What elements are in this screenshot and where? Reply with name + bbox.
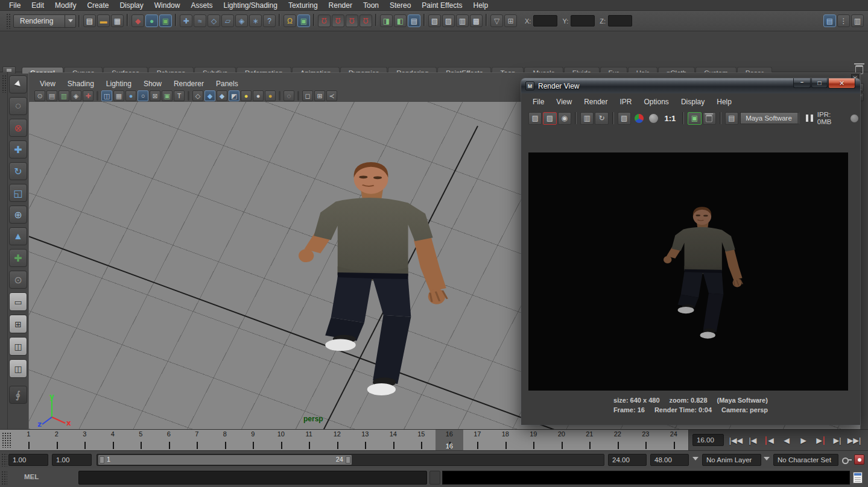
menu-item[interactable]: Create	[81, 0, 114, 11]
range-slider-bar[interactable]: 1 24	[98, 455, 352, 465]
open-render-settings-icon[interactable]: ▤	[725, 112, 738, 125]
character-set-dropdown-icon[interactable]	[764, 457, 770, 463]
panel-menu-item[interactable]: Show	[138, 78, 168, 90]
character-set-field[interactable]: No Character Set	[773, 454, 838, 466]
timeline-grip[interactable]	[2, 432, 11, 448]
range-grip[interactable]	[1, 453, 7, 467]
timeline-frame[interactable]: 22	[604, 430, 632, 451]
close-button[interactable]	[828, 78, 855, 89]
timeline-ruler[interactable]: 1 2 3 4	[0, 430, 689, 451]
share-view-icon[interactable]: ≺	[326, 90, 337, 101]
channel-box-toggle-icon[interactable]: ▥	[851, 14, 864, 27]
timeline-frame[interactable]: 10	[267, 430, 296, 451]
animation-end-field[interactable]: 48.00	[650, 454, 689, 466]
redo-previous-render-icon[interactable]: ▨	[543, 112, 556, 125]
lock-selection-icon[interactable]: Ω	[284, 14, 296, 27]
render-settings-icon[interactable]: ▩	[470, 14, 483, 27]
keep-image-icon[interactable]: ▣	[688, 112, 701, 125]
panel-menu-item[interactable]: Panels	[210, 78, 244, 90]
step-forward-frame-button[interactable]: ▶	[812, 433, 829, 448]
safe-action-icon[interactable]: ▣	[162, 90, 173, 101]
playback-end-field[interactable]: 24.00	[608, 454, 647, 466]
timeline-frame[interactable]: 6	[155, 430, 183, 451]
command-splitter[interactable]	[429, 471, 440, 485]
film-gate-icon[interactable]: ▦	[113, 90, 124, 101]
snap-plane-icon[interactable]: ▱	[221, 14, 234, 27]
render-view-menu-item[interactable]: Help	[711, 98, 738, 106]
use-all-lights-icon[interactable]: ◩	[229, 90, 239, 101]
select-component-icon[interactable]: ▣	[159, 14, 172, 27]
snap-magnet-curve-icon[interactable]: Ω	[332, 14, 344, 27]
rendered-image[interactable]	[528, 152, 848, 391]
textured-mode-icon[interactable]: ◆	[217, 90, 227, 101]
anim-layer-dropdown-icon[interactable]	[692, 457, 699, 463]
select-tool[interactable]	[9, 75, 27, 93]
move-tool[interactable]: ✚	[9, 140, 27, 159]
camera-attributes-icon[interactable]: ⊙	[34, 90, 45, 101]
select-hierarchy-icon[interactable]: ◆	[131, 14, 144, 27]
attribute-editor-toggle-icon[interactable]: ▤	[823, 14, 836, 27]
last-tool-camera[interactable]: ⊙	[9, 271, 27, 289]
range-slider-track[interactable]: 1 24	[97, 454, 604, 466]
construction-history-icon[interactable]: ▤	[408, 14, 420, 27]
safe-title-icon[interactable]: T	[174, 90, 185, 101]
set-key-icon[interactable]	[842, 456, 852, 463]
menu-item[interactable]: Stereo	[384, 0, 416, 11]
show-input-fields-icon[interactable]: ▽	[490, 14, 503, 27]
pause-ipr-icon[interactable]	[806, 115, 813, 122]
timeline-frame[interactable]: 17	[463, 430, 492, 451]
open-scene-icon[interactable]: ▬	[97, 14, 110, 27]
image-plane-icon[interactable]: ▥	[59, 90, 69, 101]
paint-select-tool[interactable]: ⊗	[9, 119, 27, 137]
snap-surface-icon[interactable]: ∗	[249, 14, 262, 27]
single-pane-layout-button[interactable]: ▭	[9, 292, 27, 311]
help-line-icon[interactable]: ?	[263, 14, 276, 27]
menu-item[interactable]: Lighting/Shading	[218, 0, 282, 11]
four-pane-layout-button[interactable]: ⊞	[9, 315, 27, 333]
wireframe-mode-icon[interactable]: ◇	[192, 90, 203, 101]
timeline-frame[interactable]: 19	[519, 430, 548, 451]
coord-mode-icon[interactable]: ⊞	[504, 14, 517, 27]
menu-item[interactable]: Toon	[358, 0, 384, 11]
menu-set-selector[interactable]: Rendering	[13, 14, 76, 28]
status-line-grip[interactable]	[6, 13, 10, 29]
render-region-icon[interactable]: ▧	[618, 112, 631, 125]
grid-toggle-icon[interactable]: ◫	[101, 90, 112, 101]
step-forward-key-button[interactable]: ▶|	[829, 433, 846, 448]
multi-view-icon[interactable]: ⊞	[314, 90, 325, 101]
command-line-grip[interactable]	[1, 471, 7, 485]
isolate-select-icon[interactable]: ◌	[284, 90, 294, 101]
timeline-frame[interactable]: 18	[492, 430, 520, 451]
timeline-frame[interactable]: 7	[183, 430, 211, 451]
shaded-mode-icon[interactable]: ◆	[204, 90, 215, 101]
snap-view-icon[interactable]: ◈	[235, 14, 248, 27]
panel-menu-item[interactable]: Lighting	[100, 78, 138, 90]
x-input[interactable]	[533, 15, 557, 27]
snap-magnet-grid-icon[interactable]: Ω	[318, 14, 331, 27]
range-end-handle[interactable]	[346, 456, 350, 463]
character-model[interactable]	[280, 149, 461, 398]
panel-menu-item[interactable]: Renderer	[168, 78, 210, 90]
snapshot-icon[interactable]: ◉	[558, 112, 571, 125]
timeline-frame[interactable]: 20	[548, 430, 576, 451]
timeline-frame[interactable]: 1	[14, 430, 43, 451]
render-view-menu-item[interactable]: View	[550, 98, 578, 106]
play-backwards-button[interactable]: ◀	[778, 433, 795, 448]
menu-item[interactable]: Modify	[49, 0, 81, 11]
current-time-field[interactable]: 16.00	[692, 434, 724, 446]
animation-start-field[interactable]: 1.00	[8, 454, 48, 466]
timeline-frame[interactable]: 3	[71, 430, 99, 451]
universal-manipulator-tool[interactable]: ⊕	[9, 206, 27, 224]
menu-item[interactable]: Assets	[185, 0, 218, 11]
timeline-frame[interactable]: 11	[295, 430, 323, 451]
render-current-frame-icon[interactable]: ▨	[442, 14, 455, 27]
lasso-select-tool[interactable]: ◌	[9, 97, 27, 115]
timeline-frame[interactable]: 2	[43, 430, 71, 451]
scale-tool[interactable]: ◱	[9, 184, 27, 202]
auto-keyframe-toggle[interactable]	[854, 454, 864, 465]
maximize-button[interactable]	[811, 78, 828, 88]
rgb-channels-icon[interactable]	[632, 112, 645, 125]
command-input[interactable]	[78, 471, 427, 485]
timeline-frame[interactable]: 9	[239, 430, 267, 451]
timeline-frame[interactable]: 21	[575, 430, 604, 451]
